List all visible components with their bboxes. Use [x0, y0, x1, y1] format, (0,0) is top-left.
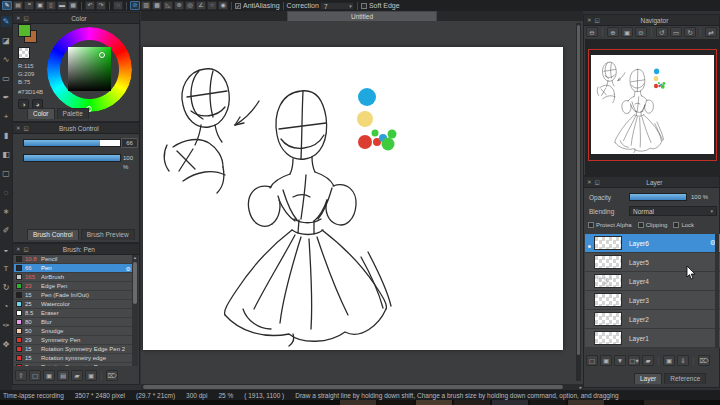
tab-brush-control[interactable]: Brush Control — [27, 229, 79, 240]
brush-size-slider[interactable] — [23, 139, 121, 147]
sv-marker[interactable] — [99, 52, 105, 58]
layer-row[interactable]: Layer4 — [585, 272, 720, 291]
navigator-preview[interactable] — [585, 39, 720, 176]
scroll-up-icon[interactable]: ▲ — [132, 255, 138, 261]
brush-list-item[interactable]: 25 Watercolor — [14, 300, 133, 309]
drawing-canvas[interactable] — [143, 47, 563, 350]
popout-icon[interactable]: ◱ — [595, 17, 600, 23]
brush-list-item[interactable]: 15 Rotation symmetry edge — [14, 354, 133, 363]
brush-opacity-slider[interactable] — [23, 154, 121, 162]
canvas-vertical-scrollbar[interactable] — [576, 23, 581, 381]
folder-icon[interactable]: ▰ — [642, 355, 654, 366]
fit-window-icon[interactable]: ▣ — [621, 27, 633, 37]
snap-crisscross-icon[interactable]: ▩ — [152, 1, 162, 10]
brush-list-item[interactable]: 66 Pen ⚙ — [14, 264, 133, 273]
merge-layer-icon[interactable]: ⇓ — [677, 355, 689, 366]
transparent-color-swatch[interactable] — [18, 47, 30, 59]
layer-list-scrollbar[interactable] — [715, 234, 719, 348]
popout-icon[interactable]: ◱ — [24, 246, 29, 252]
snap-radial-icon[interactable]: ⊛ — [174, 1, 184, 10]
rotate-right-icon[interactable]: ↻ — [684, 27, 696, 37]
popout-icon[interactable]: ◱ — [24, 125, 29, 131]
close-icon[interactable]: ✕ — [16, 246, 21, 252]
add-brush-icon[interactable]: ▢ — [29, 370, 41, 381]
fill-rect-tool-icon[interactable]: ▮ — [1, 130, 12, 141]
select-tool-icon[interactable]: ▭ — [1, 73, 12, 84]
saturation-value-square[interactable] — [68, 47, 111, 91]
layer-row[interactable]: Layer2 — [585, 310, 720, 329]
scrollbar-thumb[interactable] — [133, 262, 137, 304]
snap-off-icon[interactable]: ⊘ — [130, 1, 140, 10]
snap-circle-icon[interactable]: ◎ — [185, 1, 195, 10]
tab-reference[interactable]: Reference — [664, 373, 706, 384]
brush-list-item[interactable]: 15 Rotation Symmetry Edge Pen 2 — [14, 345, 133, 354]
layer-row[interactable]: Layer5 — [585, 253, 720, 272]
antialiasing-checkbox[interactable]: AntiAliasing — [235, 2, 280, 9]
correction-dropdown[interactable]: 7 ▾ — [320, 2, 354, 10]
new-layer-icon[interactable]: ▢ — [586, 355, 598, 366]
flip-horizontal-icon[interactable]: ⇄ — [705, 27, 717, 37]
layers-icon[interactable]: ▣ — [35, 1, 45, 10]
tab-palette[interactable]: Palette — [57, 108, 89, 119]
brush-list-item[interactable]: 165 AirBrush — [14, 273, 133, 282]
brush-list-item[interactable]: 50 Smudge — [14, 327, 133, 336]
shape-tool-icon[interactable]: ▢ — [1, 168, 12, 179]
eraser-tool-icon[interactable]: ◪ — [1, 35, 12, 46]
snap-parallel-icon[interactable]: ▥ — [141, 1, 151, 10]
hand-tool-icon[interactable]: ✥ — [1, 339, 12, 350]
snap-vanishing-icon[interactable]: ◺ — [163, 1, 173, 10]
layer-row[interactable]: Layer3 — [585, 291, 720, 310]
duplicate-brush-icon[interactable]: ▣ — [85, 370, 97, 381]
scrollbar-thumb[interactable] — [577, 25, 580, 355]
brush-list-item[interactable]: 8 Rotation Symmetry Pen — [14, 363, 133, 366]
brush-tool-icon[interactable]: ✎ — [1, 16, 12, 27]
layer-row[interactable]: Layer6 ⚙ — [585, 234, 720, 253]
image-icon[interactable]: ▤ — [13, 1, 23, 10]
popout-icon[interactable]: ◱ — [595, 179, 600, 185]
layer-visibility-dot[interactable] — [585, 234, 594, 252]
document-icon[interactable]: ▯ — [46, 1, 56, 10]
zoom-actual-icon[interactable]: ⊙ — [635, 27, 647, 37]
transfer-layer-icon[interactable]: ▼ — [614, 355, 626, 366]
detail-pen-tool-icon[interactable]: ✑ — [1, 320, 12, 331]
brush-list-item[interactable]: 80 Blur — [14, 318, 133, 327]
brush-list-item[interactable]: 8.5 Eraser — [14, 309, 133, 318]
gradient-tool-icon[interactable]: ◧ — [1, 149, 12, 160]
rotate-tool-icon[interactable]: ↻ — [1, 282, 12, 293]
navigator-view-rectangle[interactable] — [588, 49, 717, 161]
finger-tool-icon[interactable]: ∿ — [1, 54, 12, 65]
brush-list-item[interactable]: 23 Edge Pen — [14, 282, 133, 291]
eyedropper-tool-icon[interactable]: ✐ — [1, 225, 12, 236]
edit-brush-icon[interactable]: ▤ — [57, 370, 69, 381]
tab-color[interactable]: Color — [27, 108, 55, 119]
zoom-in-icon[interactable]: ⊕ — [607, 27, 619, 37]
memo-icon[interactable]: ▬ — [57, 1, 67, 10]
layer-row[interactable]: Layer1 — [585, 329, 720, 348]
brush-list-item[interactable]: 15 Pen (Fade In/Out) — [14, 291, 133, 300]
brush-size-value[interactable]: 66 — [121, 138, 138, 148]
brush-menu-icon[interactable]: ▣ — [43, 370, 55, 381]
rotate-left-icon[interactable]: ↺ — [656, 27, 668, 37]
blending-dropdown[interactable]: Normal ▾ — [629, 206, 717, 216]
snap-curve-icon[interactable]: ∠ — [196, 1, 206, 10]
delete-layer-icon[interactable]: ⌦ — [698, 355, 710, 366]
blur-tool-icon[interactable]: ◔ — [1, 301, 12, 312]
close-icon[interactable]: ✕ — [587, 179, 592, 185]
lasso-tool-icon[interactable]: ◌ — [1, 187, 12, 198]
popout-icon[interactable]: ◱ — [24, 15, 29, 21]
snap-settings-icon[interactable]: ◉ — [218, 1, 228, 10]
upload-brush-icon[interactable]: ⇧ — [15, 370, 27, 381]
brush-list-scrollbar[interactable]: ▲ — [132, 255, 138, 366]
brush-settings-gear-icon[interactable]: ⚙ — [126, 265, 131, 272]
comment-icon[interactable]: ❝ — [24, 1, 34, 10]
reset-view-icon[interactable]: ▭ — [670, 27, 682, 37]
snap-ellipse-icon[interactable]: ○ — [207, 1, 217, 10]
duplicate-layer-icon[interactable]: ▣ — [600, 355, 612, 366]
close-icon[interactable]: ✕ — [16, 125, 21, 131]
move-tool-icon[interactable]: + — [1, 111, 12, 122]
pen-tool-icon[interactable]: ✒ — [1, 92, 12, 103]
grid-icon[interactable]: ▦ — [68, 1, 78, 10]
soft-edge-checkbox[interactable]: Soft Edge — [361, 2, 400, 9]
new-folder-icon[interactable]: ▢▾ — [628, 355, 640, 366]
magic-wand-tool-icon[interactable]: ∗ — [1, 206, 12, 217]
